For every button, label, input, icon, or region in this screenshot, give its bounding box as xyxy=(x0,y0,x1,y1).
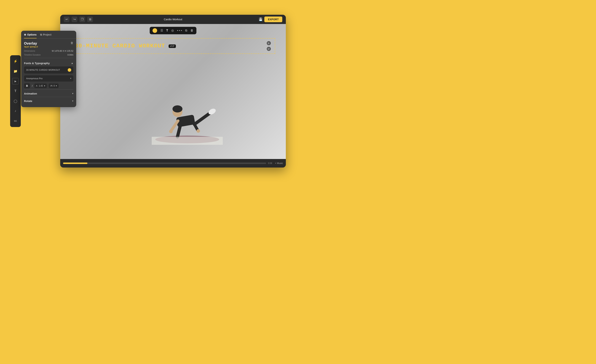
sidebar-item-folder[interactable]: 📁 xyxy=(12,68,19,74)
font-family-chevron-icon: ▾ xyxy=(70,77,71,80)
top-bar-left: ↩ ↪ ❐ ⊞ xyxy=(64,16,93,22)
overlay-header: Overlay TEXT EFFECT 🗑 xyxy=(24,41,73,48)
content-area: 30-MINUTE CARDIO WORKOUT ↻ ↺ ↺ 0° Help xyxy=(60,24,286,168)
svg-line-4 xyxy=(171,121,178,131)
overlay-info: Overlay TEXT EFFECT xyxy=(24,41,38,48)
italic-button[interactable]: I xyxy=(32,84,32,87)
animation-chevron-icon: ▾ xyxy=(72,92,73,95)
toolbar-strip: ☰ T ◎ • • • ⧉ 🗑 xyxy=(150,27,196,34)
redo-button[interactable]: ↪ xyxy=(72,16,77,22)
animation-section: Animation ▾ xyxy=(24,89,73,97)
svg-point-9 xyxy=(169,130,173,133)
rotate-handle-bottom[interactable]: ↺ xyxy=(266,46,271,51)
rotation-icon: ↺ xyxy=(170,45,172,47)
style-row: B I A 1.42 ▾ |A| 0 ▾ xyxy=(24,83,73,88)
divider-1 xyxy=(24,58,73,58)
spacing-control[interactable]: |A| 0 ▾ xyxy=(49,83,59,88)
window-title: Cardio Workout xyxy=(164,18,182,21)
fonts-section-header[interactable]: Fonts & Typography ▲ xyxy=(24,60,73,67)
fonts-section-title: Fonts & Typography xyxy=(24,62,50,65)
line-height-value: 1.42 xyxy=(39,85,43,87)
line-height-icon: A xyxy=(36,85,37,87)
font-family-row[interactable]: Anonymous Pro ▾ xyxy=(24,75,73,82)
panel-tabs: ⊕ Options ⧉ Project xyxy=(21,31,76,38)
target-icon[interactable]: ◎ xyxy=(171,29,174,32)
top-bar: ↩ ↪ ❐ ⊞ Cardio Workout 💾 EXPORT xyxy=(60,15,286,24)
sidebar-item-text[interactable]: T xyxy=(12,88,19,94)
left-panel: ⊕ Options ⧉ Project Overlay TEXT EFFECT … xyxy=(21,31,76,107)
svg-point-3 xyxy=(172,105,182,112)
timeline-duration-value: 0:04m xyxy=(67,54,73,56)
text-icon[interactable]: T xyxy=(166,29,168,32)
trash-icon[interactable]: 🗑 xyxy=(190,29,194,32)
main-window: ↩ ↪ ❐ ⊞ Cardio Workout 💾 EXPORT ☰ T ◎ • … xyxy=(60,15,286,168)
app-container: ↩ ↪ ❐ ⊞ Cardio Workout 💾 EXPORT ☰ T ◎ • … xyxy=(7,6,291,176)
sidebar-item-shapes[interactable]: ◯ xyxy=(12,98,19,104)
rotation-indicator: ↺ 0° xyxy=(169,45,176,48)
color-circle[interactable] xyxy=(153,28,157,33)
panel-content: Overlay TEXT EFFECT 🗑 Dimensions W 1470.… xyxy=(21,38,76,107)
overlay-title: Overlay xyxy=(24,41,38,45)
rotate-section: Rotate ▾ xyxy=(24,97,73,104)
timeline: 0:08 + Music xyxy=(60,159,286,168)
options-icon: ⊕ xyxy=(24,33,26,36)
canvas-area[interactable]: 30-MINUTE CARDIO WORKOUT ↻ ↺ ↺ 0° Help xyxy=(60,24,286,159)
music-button[interactable]: + Music xyxy=(275,162,283,164)
menu-icon[interactable]: ☰ xyxy=(160,29,163,32)
save-button[interactable]: 💾 xyxy=(259,17,262,21)
project-icon: ⧉ xyxy=(40,33,42,36)
dimensions-row: Dimensions W 1470.80 X H 135.52 xyxy=(24,50,73,52)
rotate-handle-top[interactable]: ↻ xyxy=(266,41,271,46)
spacing-icon: |A| xyxy=(51,85,52,87)
sidebar-item-music[interactable]: ♪ xyxy=(12,108,19,114)
rotate-title: Rotate xyxy=(24,99,32,103)
dimensions-label: Dimensions xyxy=(24,50,35,52)
tab-project[interactable]: ⧉ Project xyxy=(40,33,51,38)
duplicate-button[interactable]: ❐ xyxy=(79,16,85,22)
sidebar-item-video[interactable]: ▶ xyxy=(12,78,19,84)
font-text-preview: 30-MINUTE CARDIO WORKOUT xyxy=(26,69,68,71)
delete-button[interactable]: 🗑 xyxy=(71,41,73,45)
spacing-chevron-icon: ▾ xyxy=(56,85,57,87)
font-color-dot[interactable] xyxy=(68,68,71,72)
undo-button[interactable]: ↩ xyxy=(64,16,69,22)
timeline-track[interactable] xyxy=(63,163,266,164)
top-bar-right: 💾 EXPORT xyxy=(259,16,282,22)
bold-button[interactable]: B xyxy=(24,83,30,88)
timeline-time: 0:08 xyxy=(268,162,272,164)
line-height-control[interactable]: A 1.42 ▾ xyxy=(34,83,47,88)
animation-title: Animation xyxy=(24,92,37,95)
more-icon[interactable]: • • • xyxy=(177,29,182,32)
font-text-input-row[interactable]: 30-MINUTE CARDIO WORKOUT xyxy=(24,67,73,74)
svg-point-10 xyxy=(196,129,200,133)
rotate-chevron-icon: ▾ xyxy=(72,99,73,102)
animation-section-header[interactable]: Animation ▾ xyxy=(24,90,73,97)
svg-line-6 xyxy=(178,126,180,137)
exercise-figure xyxy=(152,84,223,145)
svg-line-7 xyxy=(194,113,210,124)
fonts-chevron-icon: ▲ xyxy=(71,62,73,65)
export-button[interactable]: EXPORT xyxy=(264,16,282,22)
timeline-progress xyxy=(63,163,87,164)
spacing-value: 0 xyxy=(54,85,55,87)
layout-button[interactable]: ⊞ xyxy=(87,16,93,22)
rotation-value: 0° xyxy=(172,45,174,47)
dimensions-value: W 1470.80 X H 135.52 xyxy=(52,50,73,52)
side-icons-bar: ⚡ 📁 ▶ T ◯ ♪ CC xyxy=(10,55,21,127)
timeline-duration-label: Timeline Duration xyxy=(24,54,41,56)
font-family-name: Anonymous Pro xyxy=(26,77,43,80)
text-effect-label: TEXT EFFECT xyxy=(24,46,38,48)
sidebar-item-lightning[interactable]: ⚡ xyxy=(12,58,19,65)
sidebar-item-captions[interactable]: CC xyxy=(12,118,19,124)
svg-rect-11 xyxy=(152,137,223,145)
line-height-chevron-icon: ▾ xyxy=(44,85,45,87)
tab-options[interactable]: ⊕ Options xyxy=(24,33,37,38)
copy-icon[interactable]: ⧉ xyxy=(185,29,187,32)
timeline-duration-row: Timeline Duration 0:04m xyxy=(24,54,73,56)
rotate-section-header[interactable]: Rotate ▾ xyxy=(24,98,73,104)
